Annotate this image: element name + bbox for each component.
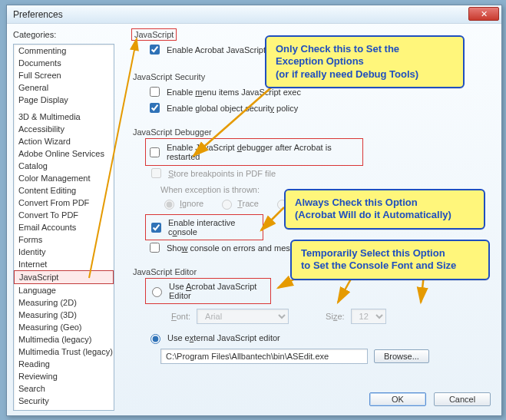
ignore-radio (164, 200, 174, 210)
category-item[interactable]: Commenting (14, 45, 114, 57)
close-button[interactable]: ✕ (468, 7, 499, 21)
enable-debugger-row: Enable JavaScript debugger after Acrobat… (147, 140, 362, 164)
category-item[interactable]: Email Accounts (14, 221, 114, 233)
external-editor-path[interactable] (160, 349, 368, 364)
category-item[interactable]: Reviewing (14, 370, 114, 382)
category-item[interactable]: Convert To PDF (14, 209, 114, 221)
categories-label: Categories: (13, 30, 121, 39)
size-label: Size: (326, 312, 344, 321)
category-item[interactable]: Full Screen (14, 69, 114, 81)
ok-button[interactable]: OK (369, 392, 426, 406)
store-breakpoints-checkbox: Store breakpoints in PDF file (148, 166, 495, 180)
enable-menu-items-input[interactable] (150, 87, 160, 97)
category-item[interactable]: Multimedia (legacy) (14, 333, 114, 346)
category-item[interactable]: Search (14, 382, 114, 395)
store-breakpoints-input (151, 168, 161, 178)
font-size-row: Font: Arial Size: 12 (171, 309, 495, 324)
external-path-row: Browse... (160, 349, 495, 364)
enable-debugger-checkbox[interactable]: Enable JavaScript debugger after Acrobat… (147, 143, 359, 161)
category-item[interactable]: JavaScript (14, 270, 114, 284)
callout-exception-options: Only Check this to Set the Exception Opt… (265, 35, 465, 88)
interactive-console-input[interactable] (151, 223, 161, 233)
category-item[interactable]: Content Editing (14, 184, 114, 197)
font-label: Font: (171, 312, 190, 321)
enable-acrobat-javascript-input[interactable] (150, 45, 160, 55)
show-console-input[interactable] (150, 243, 160, 253)
category-item[interactable]: Accessibility (14, 123, 114, 135)
use-external-editor-input[interactable] (150, 334, 160, 344)
category-item[interactable]: Internet (14, 258, 114, 270)
category-item[interactable]: 3D & Multimedia (14, 111, 114, 123)
trace-radio (222, 200, 232, 210)
category-item[interactable]: Catalog (14, 160, 114, 172)
size-select: 12 (351, 309, 386, 324)
browse-button[interactable]: Browse... (374, 349, 429, 363)
callout-interactive-console: Always Check this Option (Acrobat Will d… (284, 189, 485, 230)
category-item[interactable]: Reading (14, 358, 114, 370)
categories-column: Categories: CommentingDocumentsFull Scre… (13, 30, 121, 409)
use-acrobat-editor-input[interactable] (152, 287, 162, 297)
category-item[interactable]: Color Management (14, 172, 114, 184)
category-item[interactable]: Forms (14, 233, 114, 246)
close-icon: ✕ (481, 9, 488, 19)
cancel-button[interactable]: Cancel (434, 392, 491, 406)
category-item[interactable]: Identity (14, 246, 114, 258)
interactive-console-row: Enable interactive console (147, 216, 262, 239)
section-javascript: JavaScript (133, 30, 175, 39)
dialog-footer: OK Cancel (369, 392, 491, 406)
enable-global-object-checkbox[interactable]: Enable global object security policy (147, 101, 495, 115)
category-item[interactable]: Measuring (2D) (14, 296, 114, 309)
category-item[interactable]: General (14, 81, 114, 94)
enable-global-object-input[interactable] (150, 103, 160, 113)
category-item[interactable]: Action Wizard (14, 135, 114, 147)
category-item[interactable]: Measuring (Geo) (14, 321, 114, 333)
interactive-console-checkbox[interactable]: Enable interactive console (148, 218, 260, 236)
category-item[interactable]: Measuring (3D) (14, 309, 114, 321)
titlebar: Preferences ✕ (7, 5, 501, 24)
section-javascript-debugger: JavaScript Debugger (133, 127, 495, 137)
font-select: Arial (197, 309, 289, 324)
category-item[interactable]: Multimedia Trust (legacy) (14, 346, 114, 358)
categories-listbox[interactable]: CommentingDocumentsFull ScreenGeneralPag… (13, 44, 114, 411)
category-item[interactable]: Convert From PDF (14, 197, 114, 209)
category-item[interactable]: Documents (14, 57, 114, 69)
use-external-editor-radio[interactable]: Use external JavaScript editor (147, 332, 495, 344)
use-acrobat-editor-radio[interactable]: Use Acrobat JavaScript Editor (148, 282, 268, 300)
use-acrobat-editor-row: Use Acrobat JavaScript Editor (147, 279, 270, 303)
category-item[interactable]: Page Display (14, 94, 114, 106)
category-item[interactable]: Adobe Online Services (14, 147, 114, 160)
callout-editor-font: Temporarily Select this Option to Set th… (290, 240, 490, 280)
window-title: Preferences (13, 9, 63, 20)
category-item[interactable]: Security (14, 395, 114, 407)
enable-debugger-input[interactable] (150, 147, 160, 157)
category-item[interactable]: Language (14, 284, 114, 296)
